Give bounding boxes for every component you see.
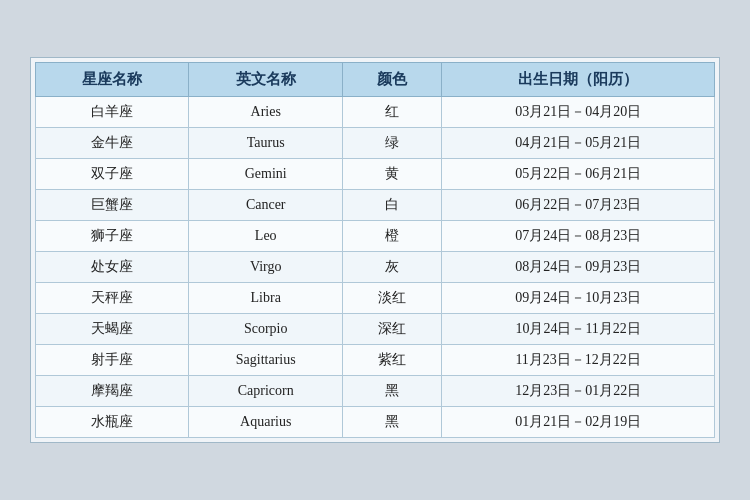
- cell-r7-c3: 10月24日－11月22日: [442, 314, 715, 345]
- cell-r9-c2: 黑: [342, 376, 441, 407]
- zodiac-table-wrapper: 星座名称英文名称颜色出生日期（阳历） 白羊座Aries红03月21日－04月20…: [30, 57, 720, 443]
- cell-r10-c2: 黑: [342, 407, 441, 438]
- cell-r6-c1: Libra: [189, 283, 342, 314]
- cell-r4-c2: 橙: [342, 221, 441, 252]
- cell-r7-c0: 天蝎座: [36, 314, 189, 345]
- cell-r7-c2: 深红: [342, 314, 441, 345]
- cell-r7-c1: Scorpio: [189, 314, 342, 345]
- cell-r5-c1: Virgo: [189, 252, 342, 283]
- cell-r4-c0: 狮子座: [36, 221, 189, 252]
- table-row: 金牛座Taurus绿04月21日－05月21日: [36, 128, 715, 159]
- cell-r1-c1: Taurus: [189, 128, 342, 159]
- table-row: 巨蟹座Cancer白06月22日－07月23日: [36, 190, 715, 221]
- cell-r2-c2: 黄: [342, 159, 441, 190]
- cell-r0-c3: 03月21日－04月20日: [442, 97, 715, 128]
- table-row: 摩羯座Capricorn黑12月23日－01月22日: [36, 376, 715, 407]
- header-col-1: 英文名称: [189, 63, 342, 97]
- cell-r0-c0: 白羊座: [36, 97, 189, 128]
- cell-r8-c0: 射手座: [36, 345, 189, 376]
- cell-r5-c2: 灰: [342, 252, 441, 283]
- cell-r2-c1: Gemini: [189, 159, 342, 190]
- cell-r8-c3: 11月23日－12月22日: [442, 345, 715, 376]
- cell-r4-c3: 07月24日－08月23日: [442, 221, 715, 252]
- cell-r10-c3: 01月21日－02月19日: [442, 407, 715, 438]
- cell-r4-c1: Leo: [189, 221, 342, 252]
- cell-r9-c0: 摩羯座: [36, 376, 189, 407]
- cell-r3-c2: 白: [342, 190, 441, 221]
- cell-r9-c1: Capricorn: [189, 376, 342, 407]
- cell-r8-c2: 紫红: [342, 345, 441, 376]
- cell-r9-c3: 12月23日－01月22日: [442, 376, 715, 407]
- cell-r10-c0: 水瓶座: [36, 407, 189, 438]
- cell-r5-c0: 处女座: [36, 252, 189, 283]
- cell-r3-c0: 巨蟹座: [36, 190, 189, 221]
- cell-r1-c3: 04月21日－05月21日: [442, 128, 715, 159]
- cell-r6-c3: 09月24日－10月23日: [442, 283, 715, 314]
- table-row: 处女座Virgo灰08月24日－09月23日: [36, 252, 715, 283]
- table-row: 狮子座Leo橙07月24日－08月23日: [36, 221, 715, 252]
- cell-r8-c1: Sagittarius: [189, 345, 342, 376]
- table-body: 白羊座Aries红03月21日－04月20日金牛座Taurus绿04月21日－0…: [36, 97, 715, 438]
- table-row: 天蝎座Scorpio深红10月24日－11月22日: [36, 314, 715, 345]
- table-row: 双子座Gemini黄05月22日－06月21日: [36, 159, 715, 190]
- cell-r1-c0: 金牛座: [36, 128, 189, 159]
- cell-r2-c3: 05月22日－06月21日: [442, 159, 715, 190]
- cell-r6-c2: 淡红: [342, 283, 441, 314]
- cell-r5-c3: 08月24日－09月23日: [442, 252, 715, 283]
- header-col-3: 出生日期（阳历）: [442, 63, 715, 97]
- cell-r0-c1: Aries: [189, 97, 342, 128]
- cell-r1-c2: 绿: [342, 128, 441, 159]
- header-col-2: 颜色: [342, 63, 441, 97]
- cell-r2-c0: 双子座: [36, 159, 189, 190]
- table-row: 天秤座Libra淡红09月24日－10月23日: [36, 283, 715, 314]
- table-row: 白羊座Aries红03月21日－04月20日: [36, 97, 715, 128]
- cell-r3-c1: Cancer: [189, 190, 342, 221]
- cell-r3-c3: 06月22日－07月23日: [442, 190, 715, 221]
- cell-r6-c0: 天秤座: [36, 283, 189, 314]
- cell-r0-c2: 红: [342, 97, 441, 128]
- table-header-row: 星座名称英文名称颜色出生日期（阳历）: [36, 63, 715, 97]
- header-col-0: 星座名称: [36, 63, 189, 97]
- zodiac-table: 星座名称英文名称颜色出生日期（阳历） 白羊座Aries红03月21日－04月20…: [35, 62, 715, 438]
- cell-r10-c1: Aquarius: [189, 407, 342, 438]
- table-row: 水瓶座Aquarius黑01月21日－02月19日: [36, 407, 715, 438]
- table-row: 射手座Sagittarius紫红11月23日－12月22日: [36, 345, 715, 376]
